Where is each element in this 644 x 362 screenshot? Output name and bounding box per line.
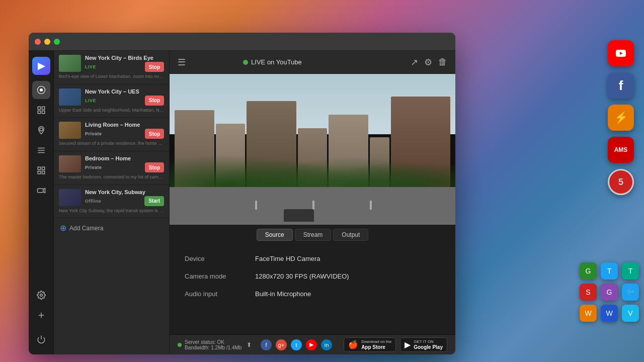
camera-thumbnail: [59, 55, 81, 72]
share-icon[interactable]: ↗: [411, 57, 418, 68]
facebook-app-icon[interactable]: f: [608, 72, 634, 99]
nav-power-icon[interactable]: [32, 330, 50, 348]
live-indicator: LIVE on YouTube: [243, 58, 302, 66]
camera-item-nyc-ues[interactable]: New York City – UES LIVE Stop Upper East…: [54, 84, 169, 118]
youtube-app-icon[interactable]: [608, 40, 634, 66]
camera-item-nyc-subway[interactable]: New York City, Subway Offline Start New …: [54, 185, 169, 219]
stream-tab[interactable]: Stream: [295, 229, 332, 241]
appstore-badge[interactable]: 🍎 Download on the App Store: [344, 337, 396, 352]
camera-list: New York City – Birds Eye LIVE Stop Bird…: [54, 51, 170, 354]
googleplay-icon: ▶: [405, 340, 411, 349]
right-app-icons: f ⚡ AMS 5: [608, 40, 634, 195]
small-app-icon-3[interactable]: T: [622, 262, 639, 280]
youtube-social-icon[interactable]: ▶: [306, 339, 317, 350]
delete-icon[interactable]: 🗑: [438, 57, 447, 68]
twitter-social-icon[interactable]: t: [291, 339, 302, 350]
server-status: Server status: OK Bandwidth: 1.2Mb /1.4M…: [178, 339, 252, 350]
server-status-text: Server status: OK: [185, 339, 242, 345]
sso-tab-bar: Source Stream Output: [170, 225, 455, 245]
device-label: Device: [185, 255, 255, 262]
settings-panel: Device FaceTime HD Camera Camera mode 12…: [170, 245, 455, 334]
small-app-icon-4[interactable]: S: [580, 284, 597, 301]
nav-settings-icon[interactable]: [32, 286, 50, 304]
menu-icon[interactable]: ☰: [178, 57, 186, 68]
small-app-icon-9[interactable]: V: [622, 305, 639, 322]
source-tab[interactable]: Source: [257, 229, 293, 241]
small-app-icon-7[interactable]: W: [580, 305, 597, 322]
audio-input-value: Built-in Microphone: [255, 290, 311, 298]
right-panel: ☰ LIVE on YouTube ↗ ⚙ 🗑: [170, 51, 455, 354]
left-nav: ▶: [29, 51, 54, 354]
fullscreen-button[interactable]: [54, 39, 60, 45]
camera-status: Private: [85, 165, 102, 170]
appstore-name: App Store: [361, 344, 391, 350]
live-dot-icon: [243, 60, 248, 65]
svg-rect-13: [42, 171, 44, 174]
add-camera-button[interactable]: ⊕ Add Camera: [54, 218, 169, 238]
linkedin-social-icon[interactable]: in: [321, 339, 332, 350]
camera-thumbnail: [59, 88, 81, 106]
nav-video-icon[interactable]: [32, 182, 50, 200]
camera-item-living-room[interactable]: Living Room – Home Private Stop Secured …: [54, 118, 169, 151]
facebook-social-icon[interactable]: f: [261, 339, 272, 350]
app-window: ▶: [29, 33, 455, 354]
stop-button[interactable]: Stop: [145, 96, 164, 106]
device-value: FaceTime HD Camera: [255, 255, 320, 262]
svg-rect-11: [42, 167, 44, 169]
top-bar-actions: ↗ ⚙ 🗑: [411, 57, 447, 68]
camera-title: Bedroom – Home: [85, 155, 164, 161]
bandwidth-icon: ⬆: [247, 341, 252, 348]
ams-app-icon[interactable]: AMS: [608, 137, 634, 163]
server-status-dot: [178, 343, 182, 347]
output-tab[interactable]: Output: [333, 229, 368, 241]
googleplay-label: GET IT ON: [414, 339, 443, 344]
bottom-right-app-icons: G T T S G 🐦 W W V: [579, 262, 639, 322]
small-app-icon-2[interactable]: T: [601, 262, 618, 280]
googleplay-name: Google Play: [414, 344, 443, 350]
googleplay-badge[interactable]: ▶ GET IT ON Google Play: [400, 337, 447, 352]
lightning-app-icon[interactable]: ⚡: [608, 105, 634, 131]
camera-description: The master bedroom, connected to my list…: [59, 174, 164, 180]
social-icons: f g+ t ▶ in: [261, 339, 332, 350]
small-app-icon-5[interactable]: G: [601, 284, 618, 301]
camera-thumbnail: [59, 189, 81, 206]
svg-rect-4: [38, 111, 40, 114]
start-button[interactable]: Start: [144, 196, 164, 206]
nav-browse-icon[interactable]: [32, 101, 50, 119]
svg-rect-12: [38, 171, 40, 174]
store-badges: 🍎 Download on the App Store ▶ GET IT ON …: [344, 337, 447, 352]
svg-point-6: [40, 128, 43, 131]
app-logo[interactable]: ▶: [32, 57, 50, 75]
video-preview: [170, 74, 455, 225]
nav-location-icon[interactable]: [32, 121, 50, 139]
small-app-icon-6[interactable]: 🐦: [622, 284, 639, 301]
small-app-icon-1[interactable]: G: [580, 262, 597, 280]
minimize-button[interactable]: [44, 39, 50, 45]
camera-status: LIVE: [85, 98, 96, 103]
svg-rect-3: [42, 107, 44, 109]
camera-thumbnail: [59, 122, 81, 139]
camera-title: Living Room – Home: [85, 122, 164, 128]
device-setting: Device FaceTime HD Camera: [185, 255, 440, 262]
title-bar: [29, 33, 455, 51]
camera-item-bedroom[interactable]: Bedroom – Home Private Stop The master b…: [54, 151, 169, 185]
camera-title: New York City, Subway: [85, 189, 164, 195]
small-app-icon-8[interactable]: W: [601, 305, 618, 322]
camera-item-nyc-birds[interactable]: New York City – Birds Eye LIVE Stop Bird…: [54, 51, 169, 84]
settings-icon[interactable]: ⚙: [424, 57, 432, 68]
stop-button[interactable]: Stop: [145, 162, 164, 172]
stop-button[interactable]: Stop: [145, 129, 164, 139]
svg-point-15: [40, 294, 42, 297]
close-button[interactable]: [35, 39, 41, 45]
stop-button[interactable]: Stop: [145, 62, 164, 72]
main-layout: ▶: [29, 51, 455, 354]
googleplus-social-icon[interactable]: g+: [276, 339, 287, 350]
s5-app-icon[interactable]: 5: [608, 169, 634, 195]
bottom-bar: Server status: OK Bandwidth: 1.2Mb /1.4M…: [170, 334, 455, 354]
nav-list-icon[interactable]: [32, 141, 50, 159]
top-bar: ☰ LIVE on YouTube ↗ ⚙ 🗑: [170, 51, 455, 74]
nav-cameras-icon[interactable]: [32, 81, 50, 99]
nav-plus-icon[interactable]: [32, 306, 50, 324]
apple-icon: 🍎: [348, 340, 358, 349]
nav-grid-icon[interactable]: [32, 161, 50, 179]
